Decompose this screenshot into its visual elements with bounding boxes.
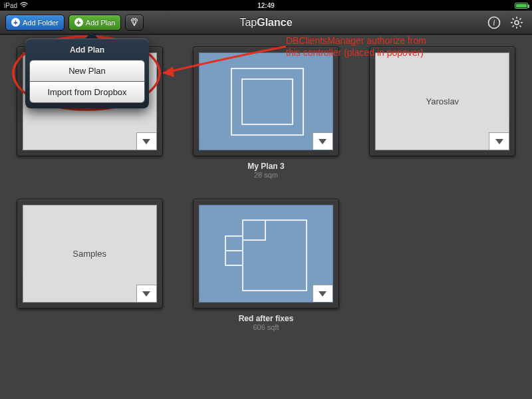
svg-line-9 [513, 25, 514, 27]
svg-line-10 [519, 18, 521, 19]
popover-title: Add Plan [29, 43, 145, 60]
tile-label: Yaroslav [426, 96, 460, 106]
add-plan-popover: Add Plan New Plan Import from Dropbox [25, 32, 149, 108]
title-light: Tap [239, 17, 257, 28]
annotation-text: DBClientsManager authorize from this con… [286, 35, 499, 59]
plus-icon: + [74, 18, 83, 27]
card-subtitle: 606 sqft [253, 323, 279, 331]
svg-rect-12 [242, 79, 293, 124]
status-bar: iPad 12:49 [0, 0, 532, 11]
annotation-line2: this controller (placed in popover) [286, 47, 424, 58]
tile-preview: Samples [23, 205, 157, 303]
chevron-down-icon [495, 139, 503, 144]
plan-card[interactable]: Red after fixes 606 sqft [191, 199, 340, 331]
tile-label: Samples [72, 249, 106, 259]
plan-tile[interactable] [193, 47, 339, 156]
info-button[interactable]: i [487, 15, 501, 30]
settings-button[interactable] [509, 15, 524, 30]
tile-menu-button[interactable] [313, 285, 332, 302]
popover-arrow [85, 32, 98, 39]
app-title: TapGlance [239, 17, 292, 29]
tile-preview: Yaroslav [375, 53, 509, 150]
card-title: Red after fixes [239, 314, 294, 323]
tile-menu-button[interactable] [313, 132, 332, 150]
chevron-down-icon [319, 139, 327, 144]
diamond-button[interactable] [125, 15, 144, 31]
svg-line-8 [519, 25, 521, 27]
new-plan-button[interactable]: New Plan [29, 60, 145, 82]
card-title: My Plan 3 [247, 162, 284, 171]
chevron-down-icon [319, 291, 327, 297]
annotation-line1: DBClientsManager authorize from [286, 35, 426, 46]
tile-menu-button[interactable] [136, 285, 156, 302]
battery-icon [515, 3, 528, 9]
svg-point-2 [515, 21, 519, 25]
plan-tile[interactable]: Samples [17, 199, 163, 309]
title-bold: Glance [257, 17, 292, 28]
svg-rect-13 [243, 220, 307, 291]
plan-card[interactable]: Samples [15, 199, 164, 331]
svg-text:i: i [493, 18, 495, 27]
chevron-down-icon [142, 139, 150, 144]
plan-tile[interactable]: Yaroslav [369, 47, 515, 156]
add-folder-label: Add Folder [23, 19, 59, 27]
wifi-icon [20, 2, 28, 9]
plan-card[interactable]: My Plan 3 28 sqm [191, 47, 340, 179]
add-folder-button[interactable]: + Add Folder [5, 15, 65, 31]
diamond-icon [130, 18, 139, 27]
tile-preview [199, 53, 333, 150]
clock: 12:49 [257, 2, 275, 9]
nav-bar: + Add Folder + Add Plan TapGlance i [0, 11, 532, 35]
plus-icon: + [11, 18, 20, 27]
tile-menu-button[interactable] [489, 132, 509, 150]
chevron-down-icon [142, 291, 150, 297]
plan-card[interactable]: Yaroslav [368, 47, 517, 179]
svg-line-7 [513, 18, 514, 19]
add-plan-label: Add Plan [86, 19, 116, 27]
plan-tile[interactable] [193, 199, 339, 309]
tile-preview [199, 205, 333, 303]
card-subtitle: 28 sqm [254, 171, 278, 179]
import-dropbox-button[interactable]: Import from Dropbox [29, 81, 145, 103]
add-plan-button[interactable]: + Add Plan [68, 15, 122, 31]
device-label: iPad [4, 2, 17, 9]
tile-menu-button[interactable] [136, 132, 156, 150]
svg-rect-16 [243, 220, 265, 240]
